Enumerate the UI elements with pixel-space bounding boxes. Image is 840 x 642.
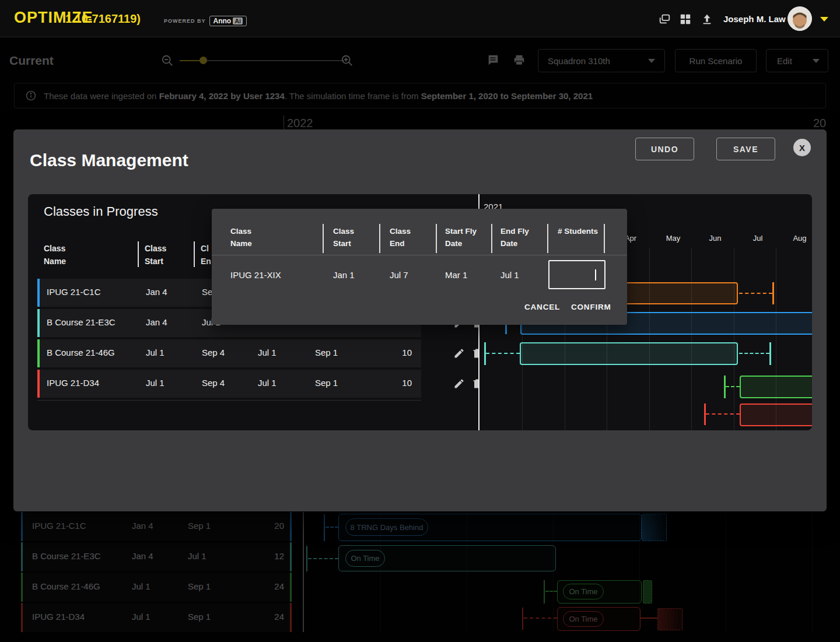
popup-col-start-fly: Start FlyDate	[445, 225, 477, 250]
powered-by: POWERED BY Anno Ai	[164, 16, 247, 26]
popup-value-class-start: Jan 1	[333, 270, 355, 280]
cell-class-end: Sep 4	[202, 348, 225, 357]
column-divider	[436, 224, 437, 253]
students-input[interactable]	[548, 260, 606, 289]
cell-class-name: IPUG 21-D34	[47, 378, 99, 388]
column-divider	[323, 224, 324, 253]
popup-header-separator	[212, 255, 627, 255]
gantt-bar-dash	[726, 386, 740, 387]
brand-badge: Anno Ai	[209, 16, 247, 26]
brand-name: Anno	[214, 17, 232, 25]
column-divider	[194, 241, 195, 267]
app-root: OPTIMIZE 1.10-7167119) POWERED BY Anno A…	[0, 0, 840, 642]
gantt-bar-green[interactable]	[740, 376, 812, 398]
user-menu-caret-icon[interactable]	[820, 17, 828, 22]
gantt-bar-dash	[486, 353, 520, 354]
windows-stack-icon[interactable]	[658, 13, 671, 26]
app-version: 1.10-7167119)	[65, 12, 141, 26]
cell-fly-start: Jul 1	[258, 378, 276, 388]
confirm-button[interactable]: CONFIRM	[571, 303, 611, 311]
cell-class-start: Jul 1	[146, 378, 164, 388]
cancel-button[interactable]: CANCEL	[524, 303, 560, 311]
edit-class-popup: ClassName ClassStart ClassEnd Start FlyD…	[212, 209, 627, 325]
popup-col-class-name: ClassName	[230, 225, 252, 250]
cell-fly-end: Sep 1	[315, 378, 338, 388]
modal-title: Class Management	[30, 150, 188, 170]
cell-class-end: Sep 4	[202, 378, 225, 388]
column-divider	[491, 224, 492, 253]
cell-class-name: B Course 21-46G	[47, 348, 115, 357]
month-label: Jul	[740, 234, 775, 243]
column-divider	[379, 224, 380, 253]
column-divider	[547, 224, 548, 253]
edit-pencil-icon[interactable]	[453, 348, 465, 359]
cell-fly-start: Jul 1	[258, 348, 276, 357]
popup-col-class-end: ClassEnd	[390, 225, 411, 250]
cell-fly-end: Sep 1	[315, 348, 338, 357]
popup-col-end-fly: End FlyDate	[501, 225, 529, 250]
save-button[interactable]: SAVE	[716, 138, 775, 160]
cell-students: 10	[402, 378, 412, 388]
cell-class-start: Jan 4	[146, 287, 167, 297]
panel-title: Classes in Progress	[44, 204, 158, 219]
gantt-bar-dash	[739, 293, 772, 294]
text-cursor	[595, 269, 596, 280]
cell-students: 10	[402, 348, 412, 357]
class-management-modal: Class Management UNDO SAVE X Classes in …	[13, 129, 827, 511]
class-row[interactable]: B Course 21-46G Jul 1 Sep 4 Jul 1 Sep 1 …	[37, 339, 421, 367]
gantt-gridline	[691, 248, 692, 430]
undo-label: UNDO	[651, 145, 678, 154]
user-avatar[interactable]	[788, 6, 812, 31]
popup-value-start-fly: Mar 1	[445, 270, 467, 280]
edit-pencil-icon[interactable]	[453, 378, 465, 390]
undo-button[interactable]: UNDO	[635, 138, 694, 160]
cell-class-name: IPUG 21-C1C	[47, 287, 101, 297]
gantt-bar-tick	[772, 282, 774, 304]
cell-class-start: Jan 4	[146, 317, 167, 327]
class-row[interactable]: IPUG 21-D34 Jul 1 Sep 4 Jul 1 Sep 1 10	[37, 370, 421, 398]
table-bottom-divider	[37, 400, 421, 401]
popup-col-class-start: ClassStart	[333, 225, 354, 250]
dashboard-grid-icon[interactable]	[679, 13, 692, 26]
close-button[interactable]: X	[793, 139, 811, 156]
gantt-bar-dash	[739, 353, 769, 354]
gantt-bar-dash	[706, 413, 740, 415]
brand-suffix: Ai	[233, 17, 243, 24]
cell-class-name: B Course 21-E3C	[47, 317, 116, 327]
popup-value-class-end: Jul 7	[390, 270, 408, 280]
cell-class-start: Jul 1	[146, 348, 164, 357]
column-divider	[604, 224, 605, 253]
gantt-bar-tick	[769, 342, 771, 365]
popup-value-end-fly: Jul 1	[501, 270, 519, 280]
month-label: Aug	[782, 234, 812, 243]
gantt-bar-teal[interactable]	[520, 342, 738, 365]
powered-by-label: POWERED BY	[164, 18, 206, 24]
col-header-class-end: ClEn	[201, 242, 211, 268]
user-name: Joseph M. Law	[723, 14, 786, 24]
popup-value-class-name: IPUG 21-XIX	[230, 270, 281, 280]
close-icon: X	[799, 143, 805, 153]
month-label: May	[656, 234, 691, 243]
upload-icon[interactable]	[701, 13, 713, 26]
popup-col-students: # Students	[558, 225, 598, 237]
top-header: OPTIMIZE 1.10-7167119) POWERED BY Anno A…	[0, 0, 840, 37]
gantt-gridline	[734, 248, 734, 430]
col-header-class-start: ClassStart	[145, 242, 166, 268]
gantt-bar-red[interactable]	[740, 404, 812, 426]
col-header-class-name: ClassName	[44, 242, 66, 268]
month-label: Jun	[698, 234, 733, 243]
column-divider	[138, 241, 139, 267]
save-label: SAVE	[733, 145, 758, 154]
gantt-gridline	[649, 248, 650, 430]
